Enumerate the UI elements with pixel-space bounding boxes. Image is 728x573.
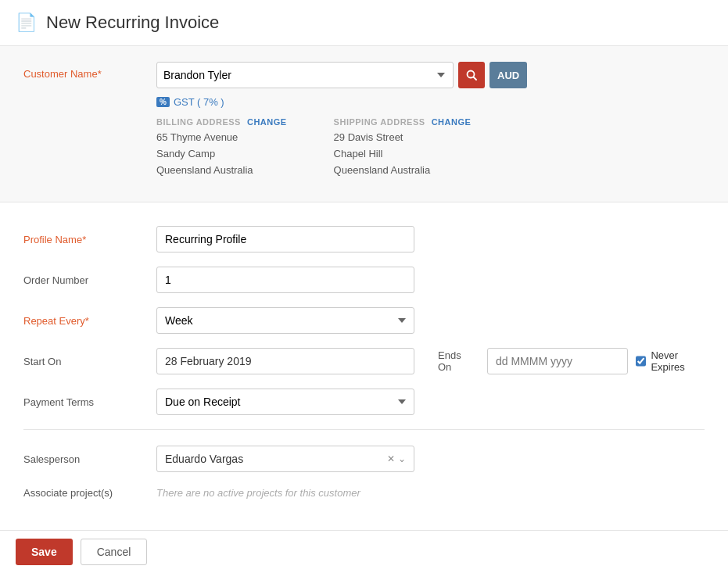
billing-address-label: BILLING ADDRESS CHANGE bbox=[156, 117, 287, 127]
profile-name-row: Profile Name* bbox=[23, 226, 705, 252]
cancel-button[interactable]: Cancel bbox=[81, 539, 148, 565]
search-button[interactable] bbox=[458, 62, 485, 88]
associate-projects-label: Associate project(s) bbox=[23, 487, 156, 499]
ends-on-label: Ends On bbox=[438, 349, 472, 373]
customer-name-select[interactable]: Brandon Tyler bbox=[156, 62, 454, 88]
start-on-label: Start On bbox=[23, 356, 156, 367]
start-on-part: Start On bbox=[23, 348, 414, 374]
shipping-line-3: Queensland Australia bbox=[334, 163, 472, 179]
order-number-control bbox=[156, 267, 414, 293]
profile-name-input[interactable] bbox=[156, 226, 414, 252]
customer-name-label: Customer Name* bbox=[23, 62, 156, 80]
order-number-label: Order Number bbox=[23, 274, 156, 286]
associate-projects-control: There are no active projects for this cu… bbox=[156, 486, 360, 499]
payment-terms-label: Payment Terms bbox=[23, 396, 156, 408]
payment-terms-select[interactable]: Due on Receipt Net 30 Net 60 bbox=[156, 389, 414, 415]
currency-button[interactable]: AUD bbox=[490, 62, 527, 88]
never-expires-checkbox[interactable] bbox=[636, 355, 646, 367]
payment-terms-control: Due on Receipt Net 30 Net 60 bbox=[156, 389, 414, 415]
ends-on-input[interactable] bbox=[487, 348, 628, 374]
ends-on-part: Ends On Never Expires bbox=[438, 348, 705, 374]
customer-name-row: Customer Name* Brandon Tyler AUD bbox=[23, 62, 705, 88]
gst-badge: % GST ( 7% ) bbox=[156, 96, 705, 108]
start-ends-row: Start On Ends On Never Expires bbox=[23, 348, 705, 374]
salesperson-row: Salesperson Eduardo Vargas ✕ ⌄ bbox=[23, 446, 705, 472]
address-section: BILLING ADDRESS CHANGE 65 Thyme Avenue S… bbox=[156, 117, 705, 178]
customer-input-wrapper: Brandon Tyler AUD bbox=[156, 62, 527, 88]
section-divider bbox=[23, 429, 705, 430]
order-number-input[interactable] bbox=[156, 267, 414, 293]
payment-terms-row: Payment Terms Due on Receipt Net 30 Net … bbox=[23, 389, 705, 415]
salesperson-icons: ✕ ⌄ bbox=[387, 453, 406, 464]
never-expires-wrapper: Never Expires bbox=[636, 349, 705, 373]
clear-icon[interactable]: ✕ bbox=[387, 453, 395, 464]
salesperson-select-wrapper[interactable]: Eduardo Vargas ✕ ⌄ bbox=[156, 446, 414, 472]
profile-name-control bbox=[156, 226, 414, 252]
billing-line-3: Queensland Australia bbox=[156, 163, 287, 179]
search-icon bbox=[466, 70, 477, 81]
gst-icon: % bbox=[156, 97, 170, 107]
start-on-input[interactable] bbox=[156, 348, 414, 374]
customer-controls: Brandon Tyler AUD bbox=[156, 62, 705, 88]
gst-text: GST ( 7% ) bbox=[174, 96, 224, 108]
chevron-down-icon: ⌄ bbox=[398, 453, 406, 464]
shipping-line-2: Chapel Hill bbox=[334, 146, 472, 163]
page-icon: 📄 bbox=[16, 13, 37, 33]
customer-section: Customer Name* Brandon Tyler AUD % GST (… bbox=[0, 46, 728, 202]
repeat-every-row: Repeat Every* Week Day Month Year bbox=[23, 307, 705, 334]
associate-projects-text: There are no active projects for this cu… bbox=[156, 487, 360, 499]
repeat-every-label: Repeat Every* bbox=[23, 315, 156, 327]
shipping-change-link[interactable]: CHANGE bbox=[432, 117, 472, 127]
page-title: New Recurring Invoice bbox=[46, 13, 219, 33]
repeat-every-select[interactable]: Week Day Month Year bbox=[156, 307, 414, 334]
associate-projects-row: Associate project(s) There are no active… bbox=[23, 486, 705, 499]
save-button[interactable]: Save bbox=[16, 539, 73, 565]
main-form-section: Profile Name* Order Number Repeat Every*… bbox=[0, 202, 728, 536]
billing-line-1: 65 Thyme Avenue bbox=[156, 130, 287, 146]
billing-line-2: Sandy Camp bbox=[156, 146, 287, 163]
salesperson-label: Salesperson bbox=[23, 453, 156, 465]
profile-name-label: Profile Name* bbox=[23, 234, 156, 245]
gst-badge-row: % GST ( 7% ) bbox=[156, 96, 705, 108]
footer: Save Cancel bbox=[0, 530, 728, 573]
shipping-line-1: 29 Davis Street bbox=[334, 130, 472, 146]
shipping-address-block: SHIPPING ADDRESS CHANGE 29 Davis Street … bbox=[334, 117, 472, 178]
never-expires-label: Never Expires bbox=[651, 349, 705, 373]
salesperson-control: Eduardo Vargas ✕ ⌄ bbox=[156, 446, 414, 472]
page-header: 📄 New Recurring Invoice bbox=[0, 0, 728, 46]
billing-change-link[interactable]: CHANGE bbox=[247, 117, 287, 127]
repeat-every-control: Week Day Month Year bbox=[156, 307, 414, 334]
billing-address-block: BILLING ADDRESS CHANGE 65 Thyme Avenue S… bbox=[156, 117, 287, 178]
svg-line-1 bbox=[474, 77, 477, 81]
order-number-row: Order Number bbox=[23, 267, 705, 293]
salesperson-value: Eduardo Vargas bbox=[165, 453, 243, 465]
shipping-address-label: SHIPPING ADDRESS CHANGE bbox=[334, 117, 472, 127]
